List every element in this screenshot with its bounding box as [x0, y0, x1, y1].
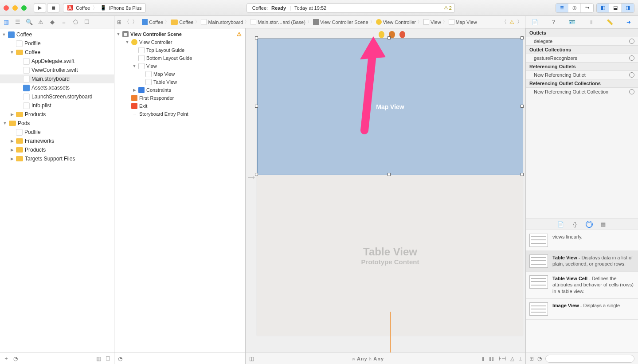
filter-recent-icon[interactable]: ◔	[13, 356, 18, 362]
outlet-delegate[interactable]: delegate	[526, 37, 638, 45]
outline-item[interactable]: ▼View Controller	[114, 38, 245, 46]
library-view-mode-icon[interactable]: ⊞	[529, 356, 534, 362]
editor-mode-segment[interactable]: ≣ ◎ ↪	[556, 3, 594, 13]
file-inspector-icon[interactable]: 📄	[531, 19, 539, 25]
project-item[interactable]: Main.storyboard	[0, 74, 114, 83]
outline-item[interactable]: Bottom Layout Guide	[114, 54, 245, 62]
project-item[interactable]: Frameworks	[0, 137, 114, 145]
library-item[interactable]: Table View - Displays data in a list of …	[526, 251, 638, 272]
outlet-gesture-recognizers[interactable]: gestureRecognizers	[526, 54, 638, 62]
outline-item[interactable]: First Responder	[114, 94, 245, 102]
new-referencing-outlet[interactable]: New Referencing Outlet	[526, 71, 638, 79]
jump-crumb[interactable]: View Controller Scene	[311, 19, 370, 25]
new-referencing-outlet-collection[interactable]: New Referencing Outlet Collection	[526, 88, 638, 96]
issue-warning-icon[interactable]: ⚠	[509, 19, 514, 25]
run-button[interactable]: ▶	[34, 3, 46, 13]
identity-inspector-icon[interactable]: 🪪	[568, 19, 576, 25]
go-back-icon[interactable]: 〈	[124, 18, 129, 26]
outline-item[interactable]: ▼View	[114, 62, 245, 70]
go-forward-icon[interactable]: 〉	[132, 18, 137, 26]
scene-vc-icon[interactable]	[379, 31, 384, 38]
debug-navigator-icon[interactable]: ≡	[60, 19, 67, 25]
disclosure-icon[interactable]	[10, 139, 14, 143]
outline-item[interactable]: Map View	[114, 70, 245, 78]
interface-builder-canvas[interactable]: → Map View Table View Prototype Content …	[246, 28, 525, 364]
quick-help-inspector-icon[interactable]: ?	[549, 19, 557, 25]
attributes-inspector-icon[interactable]: ⫴	[587, 19, 595, 25]
disclosure-icon[interactable]	[10, 157, 14, 161]
library-item[interactable]: views linearly.	[526, 230, 638, 251]
media-library-icon[interactable]: ▦	[600, 221, 607, 228]
connection-port-icon[interactable]	[629, 39, 634, 44]
view-controller-canvas[interactable]: Map View Table View Prototype Content +2…	[257, 38, 523, 335]
outline-item[interactable]: Exit	[114, 102, 245, 110]
jump-bar[interactable]: Coffee〉Coffee〉Main.storyboard〉Main.stor……	[140, 19, 499, 25]
resize-behavior-icon[interactable]: ⟂	[519, 356, 522, 362]
project-item[interactable]: Assets.xcassets	[0, 83, 114, 92]
jump-crumb[interactable]: Coffee	[169, 20, 195, 25]
project-item[interactable]: Products	[0, 110, 114, 119]
filter-modified-icon[interactable]: ☐	[106, 356, 110, 362]
resolve-issues-icon[interactable]: △	[510, 356, 514, 362]
project-item[interactable]: Pods	[0, 119, 114, 128]
project-item[interactable]: AppDelegate.swift	[0, 57, 114, 66]
warning-badge-icon[interactable]: ⚠	[237, 31, 242, 37]
symbol-navigator-icon[interactable]: ☰	[14, 19, 21, 25]
outline-item[interactable]: →Storyboard Entry Point	[114, 110, 245, 118]
related-items-icon[interactable]: ⊞	[117, 19, 121, 25]
library-filter-icon[interactable]: ◔	[537, 356, 542, 362]
close-window-icon[interactable]	[4, 5, 9, 11]
disclosure-icon[interactable]	[10, 50, 14, 55]
toggle-outline-icon[interactable]: ◫	[249, 356, 254, 362]
project-item[interactable]: Coffee	[0, 48, 114, 57]
storyboard-entry-arrow-icon[interactable]: →	[246, 170, 257, 184]
disclosure-icon[interactable]	[10, 148, 14, 152]
right-panel-toggle-icon[interactable]: ◨	[622, 4, 634, 12]
embed-in-stack-icon[interactable]: ⫿	[482, 356, 485, 362]
filter-scm-icon[interactable]: ▥	[96, 356, 101, 362]
outline-scene-header[interactable]: ▼▦View Controller Scene⚠	[114, 30, 245, 38]
pin-icon[interactable]: ⊦⊣	[499, 356, 506, 362]
library-item[interactable]: Table View Cell - Defines the attributes…	[526, 272, 638, 299]
project-root[interactable]: Coffee	[0, 30, 114, 39]
jump-crumb[interactable]: View Controller	[374, 19, 418, 25]
code-snippet-library-icon[interactable]: {}	[571, 221, 579, 228]
object-library-list[interactable]: views linearly.Table View - Displays dat…	[526, 230, 638, 353]
project-item[interactable]: Targets Support Files	[0, 154, 114, 163]
size-class-control[interactable]: w Any h Any	[352, 356, 384, 361]
disclosure-icon[interactable]	[3, 121, 7, 125]
connections-inspector-icon[interactable]: ➜	[625, 19, 633, 25]
zoom-window-icon[interactable]	[21, 5, 27, 11]
report-navigator-icon[interactable]: ☐	[83, 19, 90, 25]
align-icon[interactable]: ⫿⫿	[489, 356, 494, 362]
disclosure-icon[interactable]	[10, 112, 14, 117]
library-search-input[interactable]	[545, 355, 634, 363]
project-item[interactable]: Podfile	[0, 39, 114, 48]
add-button-icon[interactable]: ＋	[4, 355, 9, 362]
scheme-selector[interactable]: 🅰️ Coffee 〉 📱 iPhone 6s Plus	[63, 3, 146, 13]
standard-editor-icon[interactable]: ≣	[556, 4, 568, 12]
connection-port-icon[interactable]	[629, 55, 634, 61]
project-item[interactable]: Podfile	[0, 128, 114, 137]
project-item[interactable]: ViewController.swift	[0, 66, 114, 74]
disclosure-icon[interactable]: ▼	[132, 64, 137, 68]
left-panel-toggle-icon[interactable]: ◧	[597, 4, 609, 12]
bottom-panel-toggle-icon[interactable]: ⬓	[609, 4, 622, 12]
jump-crumb[interactable]: Coffee	[140, 19, 165, 25]
jump-crumb[interactable]: Map View	[447, 19, 479, 25]
size-inspector-icon[interactable]: 📏	[606, 19, 614, 25]
outline-item[interactable]: ▶Constraints	[114, 86, 245, 94]
stop-button[interactable]: ◼	[47, 3, 59, 13]
disclosure-icon[interactable]: ▶	[132, 88, 137, 92]
jump-crumb[interactable]: Main.stor…ard (Base)	[249, 19, 307, 25]
project-item[interactable]: Products	[0, 145, 114, 154]
find-navigator-icon[interactable]: 🔍	[26, 19, 33, 25]
library-item[interactable]: Image View - Displays a single	[526, 299, 638, 320]
minimize-window-icon[interactable]	[12, 5, 18, 11]
project-navigator-icon[interactable]: ▥	[3, 19, 10, 25]
map-view[interactable]: Map View	[257, 39, 523, 175]
issues-badge[interactable]: ⚠ 2	[444, 5, 452, 11]
file-template-library-icon[interactable]: 📄	[557, 221, 564, 228]
disclosure-icon[interactable]: ▼	[125, 40, 129, 44]
version-editor-icon[interactable]: ↪	[581, 4, 593, 12]
